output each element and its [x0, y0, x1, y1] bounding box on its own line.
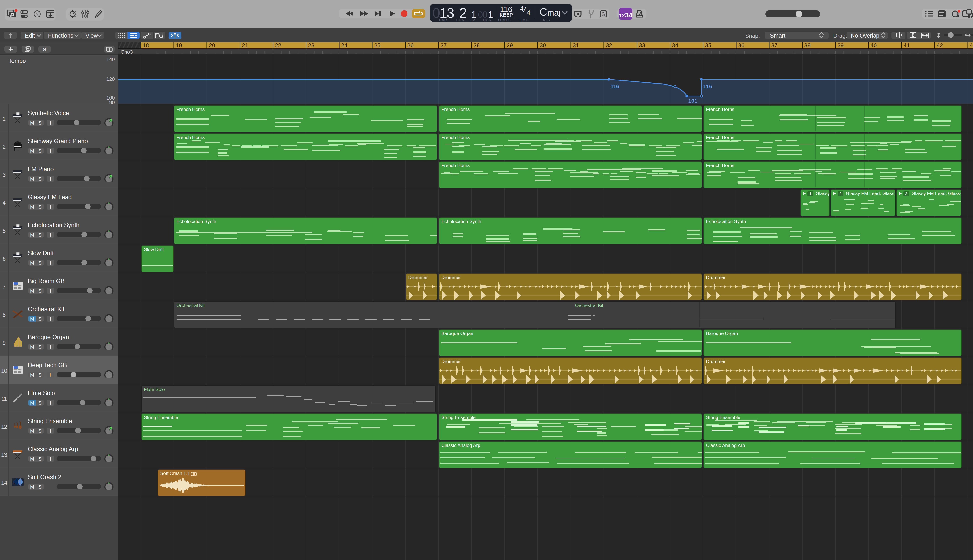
- svg-text:116: 116: [610, 83, 619, 90]
- svg-text:42: 42: [936, 42, 943, 48]
- svg-text:37: 37: [771, 42, 777, 48]
- svg-text:23: 23: [308, 42, 314, 48]
- svg-text:S: S: [602, 11, 605, 17]
- svg-text:?: ?: [36, 12, 38, 17]
- svg-text:30: 30: [540, 42, 546, 48]
- svg-text:27: 27: [440, 42, 446, 48]
- svg-text:25: 25: [374, 42, 380, 48]
- svg-text:20: 20: [209, 42, 215, 48]
- svg-text:19: 19: [176, 42, 182, 48]
- svg-text:18: 18: [143, 42, 149, 48]
- svg-text:22: 22: [275, 42, 281, 48]
- svg-text:29: 29: [507, 42, 513, 48]
- svg-text:21: 21: [242, 42, 248, 48]
- svg-text:35: 35: [705, 42, 711, 48]
- svg-text:38: 38: [804, 42, 811, 48]
- svg-text:39: 39: [838, 42, 844, 48]
- svg-text:101: 101: [688, 98, 697, 104]
- svg-text:24: 24: [341, 42, 347, 48]
- svg-text:36: 36: [738, 42, 744, 48]
- svg-text:116: 116: [703, 83, 712, 90]
- svg-text:31: 31: [573, 42, 579, 48]
- svg-text:34: 34: [672, 42, 678, 48]
- svg-text:26: 26: [407, 42, 413, 48]
- svg-text:41: 41: [904, 42, 910, 48]
- svg-text:40: 40: [871, 42, 877, 48]
- svg-text:28: 28: [473, 42, 480, 48]
- svg-text:32: 32: [606, 42, 612, 48]
- svg-text:33: 33: [639, 42, 645, 48]
- svg-text:43: 43: [970, 42, 973, 48]
